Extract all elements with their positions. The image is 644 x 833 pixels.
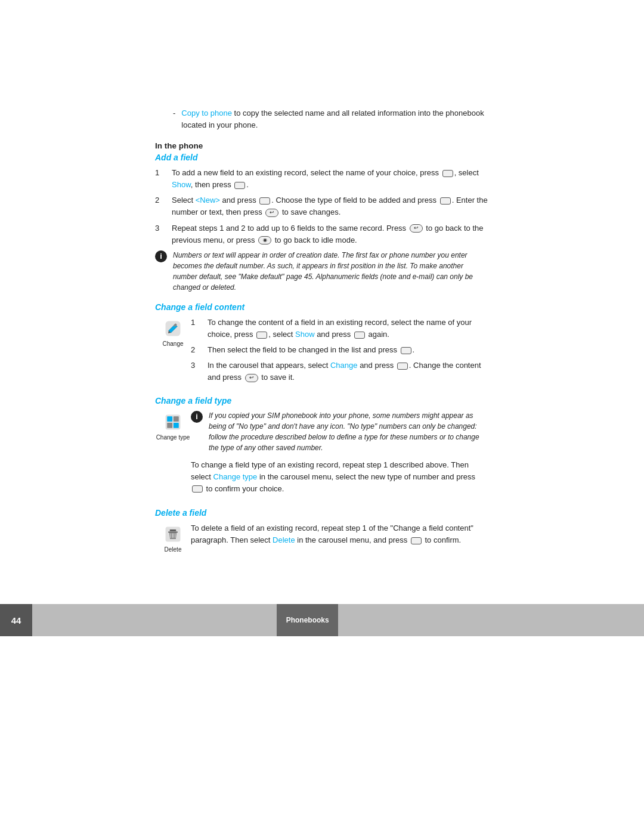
nav-tab-1[interactable] [32, 604, 94, 636]
change-step-num-1: 1 [191, 317, 208, 329]
change-step-num-3: 3 [191, 360, 208, 371]
step-2: 2 Select <New> and press . Choose the ty… [155, 194, 489, 218]
change-step-text-1: To change the content of a field in an e… [208, 317, 489, 340]
page: - Copy to phone to copy the selected nam… [0, 0, 644, 833]
info-icon-2: i [191, 411, 203, 423]
nav-tab-6[interactable] [338, 604, 400, 636]
step-num-3: 3 [155, 222, 172, 234]
ok-key-8 [397, 363, 408, 370]
ok-key-4 [440, 197, 451, 205]
nav-tab-9[interactable] [522, 604, 583, 636]
new-link[interactable]: <New> [196, 196, 220, 205]
nav-tab-7[interactable] [400, 604, 461, 636]
back-key-2: ↩ [410, 224, 423, 233]
step-text-3: Repeat steps 1 and 2 to add up to 6 fiel… [172, 222, 489, 246]
step-num-1: 1 [155, 167, 172, 179]
svg-rect-8 [170, 529, 177, 531]
dash: - [173, 107, 175, 119]
change-type-icon-col: Change type [155, 410, 191, 441]
copy-to-phone-section: - Copy to phone to copy the selected nam… [155, 107, 489, 131]
change-step-text-2: Then select the field to be changed in t… [208, 344, 489, 356]
back-key-3: ↩ [245, 374, 258, 382]
change-field-type-section: Change type i If you copied your SIM pho… [155, 410, 489, 500]
change-field-type-heading: Change a field type [155, 396, 489, 405]
ok-key-2 [234, 182, 245, 189]
change-type-icon-label: Change type [156, 434, 190, 441]
change-step-3: 3 In the carousel that appears, select C… [191, 360, 489, 383]
nav-tabs: Phonebooks [32, 604, 644, 636]
change-type-link[interactable]: Change type [213, 472, 258, 481]
info-text-2: If you copied your SIM phonebook into yo… [209, 410, 489, 453]
ok-key-9 [192, 485, 203, 493]
svg-rect-4 [174, 416, 179, 422]
change-type-para: To change a field type of an existing re… [191, 459, 489, 495]
add-a-field-heading: Add a field [155, 153, 489, 162]
change-icon-col: Change [155, 317, 191, 347]
change-step-text-3: In the carousel that appears, select Cha… [208, 360, 489, 383]
in-the-phone-heading: In the phone [155, 141, 489, 150]
info-text-1: Numbers or text will appear in order of … [173, 250, 489, 293]
delete-icon-col: Delete [155, 522, 191, 553]
copy-to-phone-text: Copy to phone to copy the selected name … [181, 107, 489, 131]
back-key-1: ↩ [265, 209, 278, 217]
page-number: 44 [0, 604, 32, 636]
delete-link[interactable]: Delete [273, 535, 295, 544]
change-icon [162, 318, 184, 339]
ok-key-1 [442, 170, 453, 177]
change-link-1[interactable]: Change [330, 361, 358, 370]
nav-tab-4[interactable] [216, 604, 277, 636]
step-text-1: To add a new field to an existing record… [172, 167, 489, 191]
show-link-1[interactable]: Show [172, 180, 191, 189]
change-type-icon [162, 411, 184, 433]
change-field-content-heading: Change a field content [155, 302, 489, 312]
change-step-1: 1 To change the content of a field in an… [191, 317, 489, 340]
ok-key-5 [256, 332, 267, 339]
change-step-num-2: 2 [191, 344, 208, 356]
add-a-field-steps: 1 To add a new field to an existing reco… [155, 167, 489, 293]
delete-field-heading: Delete a field [155, 508, 489, 518]
change-step-2: 2 Then select the field to be changed in… [191, 344, 489, 356]
svg-rect-11 [171, 533, 172, 538]
step-text-2: Select <New> and press . Choose the type… [172, 194, 489, 218]
ok-key-3 [259, 197, 270, 205]
ok-key-6 [354, 332, 365, 339]
ok-key-7 [401, 347, 411, 354]
content-area: - Copy to phone to copy the selected nam… [0, 0, 537, 573]
step-3: 3 Repeat steps 1 and 2 to add up to 6 fi… [155, 222, 489, 246]
info-icon-1: i [155, 250, 167, 262]
svg-rect-5 [167, 422, 172, 428]
copy-to-phone-link[interactable]: Copy to phone [181, 109, 232, 117]
svg-rect-6 [174, 422, 179, 428]
svg-rect-3 [167, 416, 172, 422]
nav-tab-3[interactable] [154, 604, 216, 636]
change-icon-label: Change [162, 340, 183, 347]
step-1: 1 To add a new field to an existing reco… [155, 167, 489, 191]
nav-tab-label-phonebooks: Phonebooks [286, 616, 329, 624]
nav-tab-10[interactable] [583, 604, 644, 636]
delete-field-section: Delete To delete a field of an existing … [155, 522, 489, 553]
change-field-content-steps: 1 To change the content of a field in an… [191, 317, 489, 388]
ok-key-10 [411, 537, 422, 544]
svg-rect-12 [175, 533, 176, 538]
change-field-content-section: Change 1 To change the content of a fiel… [155, 317, 489, 388]
delete-icon [162, 524, 184, 545]
delete-field-content: To delete a field of an existing record,… [191, 522, 489, 551]
show-link-2[interactable]: Show [295, 330, 315, 339]
nav-tab-8[interactable] [460, 604, 522, 636]
change-field-type-content: i If you copied your SIM phonebook into … [191, 410, 489, 500]
nav-bar: 44 Phonebooks [0, 604, 644, 636]
svg-rect-10 [172, 533, 174, 538]
step-num-2: 2 [155, 194, 172, 206]
change-type-note: i If you copied your SIM phonebook into … [191, 410, 489, 453]
delete-icon-label: Delete [165, 546, 182, 553]
delete-field-para: To delete a field of an existing record,… [191, 522, 489, 546]
nav-tab-2[interactable] [94, 604, 155, 636]
svg-rect-9 [168, 532, 178, 533]
add-field-note: i Numbers or text will appear in order o… [155, 250, 489, 293]
idle-key-1: ◉ [258, 236, 271, 244]
nav-tab-phonebooks[interactable]: Phonebooks [277, 604, 338, 636]
